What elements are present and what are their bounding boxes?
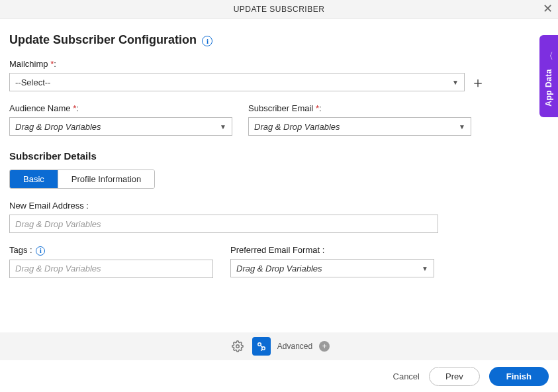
audience-label: Audience Name *: bbox=[9, 103, 232, 113]
pref-format-field: Preferred Email Format : Drag & Drop Var… bbox=[230, 245, 434, 278]
variable-picker-icon[interactable] bbox=[252, 337, 271, 356]
mailchimp-select[interactable]: --Select-- ▼ bbox=[9, 73, 465, 91]
chevron-down-icon: ▼ bbox=[452, 79, 459, 86]
audience-field: Audience Name *: Drag & Drop Variables ▼ bbox=[9, 103, 232, 136]
finish-button[interactable]: Finish bbox=[489, 367, 549, 386]
chevron-down-icon: ▼ bbox=[459, 123, 465, 130]
new-email-label: New Email Address : bbox=[9, 201, 438, 211]
heading-row: Update Subscriber Configuration i bbox=[9, 33, 549, 47]
window-title: UPDATE SUBSCRIBER bbox=[234, 5, 325, 14]
title-bar: UPDATE SUBSCRIBER ✕ bbox=[0, 0, 558, 19]
colon: : bbox=[76, 103, 79, 113]
row-new-email: New Email Address : Drag & Drop Variable… bbox=[9, 201, 549, 233]
chevron-down-icon: ▼ bbox=[220, 123, 226, 130]
pref-format-select[interactable]: Drag & Drop Variables ▼ bbox=[230, 259, 434, 277]
footer-actions: Cancel Prev Finish bbox=[0, 360, 558, 392]
tags-input[interactable]: Drag & Drop Variables bbox=[9, 260, 213, 278]
advanced-label: Advanced bbox=[277, 342, 312, 351]
mailchimp-select-value: --Select-- bbox=[15, 77, 452, 87]
new-email-placeholder: Drag & Drop Variables bbox=[15, 219, 101, 229]
audience-placeholder: Drag & Drop Variables bbox=[15, 122, 220, 132]
colon: : bbox=[319, 103, 322, 113]
row-audience-email: Audience Name *: Drag & Drop Variables ▼… bbox=[9, 103, 549, 136]
page-title: Update Subscriber Configuration bbox=[9, 33, 197, 47]
footer-toolbar: Advanced + bbox=[0, 332, 558, 360]
tab-profile-information[interactable]: Profile Information bbox=[58, 170, 155, 188]
pref-format-label: Preferred Email Format : bbox=[230, 245, 434, 255]
row-tags-format: Tags : i Drag & Drop Variables Preferred… bbox=[9, 245, 549, 278]
tags-label-text: Tags : bbox=[9, 245, 32, 255]
audience-label-text: Audience Name bbox=[9, 103, 73, 113]
tags-label: Tags : i bbox=[9, 245, 213, 256]
gear-icon[interactable] bbox=[228, 337, 247, 356]
info-icon[interactable]: i bbox=[36, 246, 45, 256]
subscriber-email-placeholder: Drag & Drop Variables bbox=[254, 122, 459, 132]
cancel-button[interactable]: Cancel bbox=[393, 371, 420, 381]
svg-point-0 bbox=[236, 345, 240, 348]
prev-button[interactable]: Prev bbox=[429, 367, 480, 386]
tags-field: Tags : i Drag & Drop Variables bbox=[9, 245, 213, 278]
subscriber-email-label-text: Subscriber Email bbox=[248, 103, 316, 113]
new-email-field: New Email Address : Drag & Drop Variable… bbox=[9, 201, 438, 233]
colon: : bbox=[54, 59, 56, 69]
mailchimp-field: Mailchimp *: --Select-- ▼ bbox=[9, 59, 465, 91]
side-tab-label: App Data bbox=[544, 69, 553, 107]
content-area: Update Subscriber Configuration i Mailch… bbox=[0, 19, 558, 332]
new-email-input[interactable]: Drag & Drop Variables bbox=[9, 215, 438, 233]
chevron-down-icon: ▼ bbox=[422, 265, 428, 272]
close-icon[interactable]: ✕ bbox=[541, 2, 554, 15]
audience-select[interactable]: Drag & Drop Variables ▼ bbox=[9, 117, 232, 136]
chevron-left-icon: 〈 bbox=[545, 50, 553, 62]
tags-placeholder: Drag & Drop Variables bbox=[15, 264, 101, 273]
add-mailchimp-button[interactable]: ＋ bbox=[471, 76, 485, 89]
info-icon[interactable]: i bbox=[202, 36, 212, 46]
tabs: Basic Profile Information bbox=[9, 170, 155, 189]
subscriber-email-field: Subscriber Email *: Drag & Drop Variable… bbox=[248, 103, 471, 136]
row-mailchimp: Mailchimp *: --Select-- ▼ ＋ bbox=[9, 59, 549, 91]
app-data-side-tab[interactable]: 〈 App Data bbox=[539, 35, 558, 117]
subscriber-details-heading: Subscriber Details bbox=[9, 150, 549, 162]
subscriber-email-label: Subscriber Email *: bbox=[248, 103, 471, 113]
advanced-expand-button[interactable]: + bbox=[319, 341, 330, 352]
mailchimp-label-text: Mailchimp bbox=[9, 59, 50, 69]
subscriber-email-select[interactable]: Drag & Drop Variables ▼ bbox=[248, 117, 471, 136]
svg-point-1 bbox=[258, 343, 261, 346]
tab-basic[interactable]: Basic bbox=[10, 170, 58, 188]
mailchimp-label: Mailchimp *: bbox=[9, 59, 465, 69]
pref-format-placeholder: Drag & Drop Variables bbox=[236, 264, 422, 273]
